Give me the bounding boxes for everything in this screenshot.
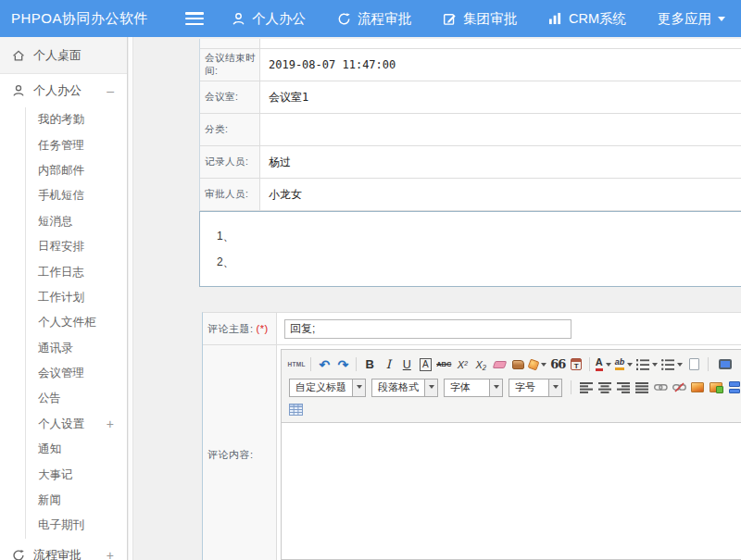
collapse-icon[interactable]: –: [107, 84, 114, 97]
sidebar-item-schedule[interactable]: 日程安排: [26, 234, 127, 259]
sidebar-item-desktop[interactable]: 个人桌面: [0, 37, 127, 74]
link-icon[interactable]: [653, 380, 669, 396]
bold-icon[interactable]: B: [362, 356, 378, 373]
comment-content-row: 评论内容: HTML ↶ ↷ B I U: [203, 345, 741, 560]
align-left-icon[interactable]: [579, 380, 595, 396]
comment-content-label: 评论内容:: [203, 345, 277, 560]
chevron-down-icon: [424, 380, 437, 396]
paragraph-format-select[interactable]: 段落格式: [371, 379, 438, 397]
sidebar-item-meeting-management[interactable]: 会议管理: [26, 361, 127, 386]
sidebar-item-workflow-approval[interactable]: 流程审批 +: [0, 539, 127, 560]
sidebar-item-events[interactable]: 大事记: [26, 462, 127, 487]
undo-icon[interactable]: ↶: [317, 356, 333, 373]
note-line: 2、: [217, 249, 741, 275]
sidebar-item-e-journal[interactable]: 电子期刊: [26, 513, 127, 538]
sidebar-item-tasks[interactable]: 任务管理: [26, 132, 127, 157]
sidebar-item-file-cabinet[interactable]: 个人文件柜: [26, 310, 127, 335]
field-label: 记录人员:: [200, 146, 260, 178]
nav-more-apps[interactable]: 更多应用: [658, 10, 725, 28]
html-source-button[interactable]: HTML: [288, 356, 306, 373]
sidebar-item-work-plan[interactable]: 工作计划: [26, 285, 127, 310]
insert-image-icon[interactable]: [709, 380, 724, 396]
person-icon: [12, 84, 25, 97]
auto-typeset-icon[interactable]: [529, 356, 547, 373]
field-label: 会议结束时间:: [200, 49, 260, 81]
sidebar-item-attendance[interactable]: 我的考勤: [26, 107, 127, 132]
top-nav: 个人办公 流程审批 集团审批 CRM系统 更多应用: [232, 10, 725, 28]
expand-icon[interactable]: +: [107, 549, 114, 560]
hamburger-icon[interactable]: [185, 12, 204, 25]
edit-icon: [443, 12, 457, 26]
sidebar-item-work-log[interactable]: 工作日志: [26, 259, 127, 284]
field-label: 审批人员:: [200, 179, 260, 210]
font-color-icon[interactable]: A: [596, 356, 612, 373]
table-row-approver: 审批人员: 小龙女: [200, 179, 741, 211]
preview-icon[interactable]: [718, 356, 734, 373]
font-family-select[interactable]: 字体: [444, 379, 503, 397]
italic-icon[interactable]: I: [381, 356, 396, 373]
align-right-icon[interactable]: [616, 380, 632, 396]
nav-workflow-approval[interactable]: 流程审批: [337, 10, 411, 28]
chevron-down-icon: [352, 380, 365, 396]
history-icon: [12, 549, 25, 560]
underline-icon[interactable]: U: [399, 356, 415, 373]
chevron-down-icon: [489, 380, 502, 396]
app-window: PHPOA协同办公软件 个人办公 流程审批 集团审批 CRM系统 更多应用: [0, 0, 741, 560]
comment-subject-input[interactable]: [284, 319, 571, 339]
superscript-icon[interactable]: X²: [455, 356, 471, 373]
sidebar-item-personal-office[interactable]: 个人办公 –: [0, 74, 127, 107]
sidebar-item-notice[interactable]: 通知: [26, 437, 127, 462]
chevron-down-icon: [548, 380, 561, 396]
insert-template-icon[interactable]: [569, 356, 584, 373]
note-line: 1、: [217, 223, 741, 249]
strikethrough-icon[interactable]: ABC: [436, 356, 452, 373]
new-document-icon[interactable]: [686, 356, 702, 373]
comment-subject-label: 评论主题:: [207, 322, 254, 336]
image-icon[interactable]: [690, 380, 706, 396]
nav-group-approval[interactable]: 集团审批: [443, 10, 517, 28]
ordered-list-icon[interactable]: [636, 356, 659, 373]
field-value: 2019-08-07 11:47:00: [260, 49, 741, 81]
field-value: 杨过: [260, 146, 741, 178]
editor-content-area[interactable]: [282, 423, 741, 559]
sidebar-item-news[interactable]: 新闻: [26, 488, 127, 513]
nav-personal-office[interactable]: 个人办公: [232, 10, 306, 28]
toolbar-row-1: HTML ↶ ↷ B I U A ABC X² X₂: [286, 353, 741, 376]
sidebar-item-personal-settings[interactable]: 个人设置+: [26, 412, 127, 437]
format-painter-icon[interactable]: [510, 356, 526, 373]
subscript-icon[interactable]: X₂: [473, 356, 489, 373]
justify-icon[interactable]: [634, 380, 650, 396]
font-style-box-icon[interactable]: A: [420, 358, 432, 371]
font-size-select[interactable]: 字号: [509, 379, 562, 397]
rich-text-editor: HTML ↶ ↷ B I U A ABC X² X₂: [281, 349, 741, 560]
sidebar-item-mobile-sms[interactable]: 手机短信: [26, 183, 127, 208]
sidebar-item-short-message[interactable]: 短消息: [26, 209, 127, 234]
history-icon: [337, 12, 351, 26]
sidebar-scrollbar[interactable]: [129, 37, 133, 560]
highlight-color-icon[interactable]: ab: [615, 356, 634, 373]
table-row-meeting-room: 会议室: 会议室1: [200, 81, 741, 114]
chart-icon: [548, 12, 562, 25]
remove-format-icon[interactable]: [492, 356, 508, 373]
field-label: 分类:: [200, 114, 260, 145]
redo-icon[interactable]: ↷: [335, 356, 351, 373]
sidebar-submenu: 我的考勤 任务管理 内部邮件 手机短信 短消息 日程安排 工作日志 工作计划 个…: [25, 107, 127, 539]
unordered-list-icon[interactable]: [661, 356, 684, 373]
app-logo: PHPOA协同办公软件: [0, 10, 165, 28]
field-label: 会议室:: [200, 81, 260, 113]
editor-toolbar: HTML ↶ ↷ B I U A ABC X² X₂: [282, 350, 741, 423]
sidebar-item-contacts[interactable]: 通讯录: [26, 336, 127, 361]
toolbar-row-3: [286, 399, 741, 420]
sidebar-item-announcement[interactable]: 公告: [26, 386, 127, 411]
media-icon[interactable]: [727, 380, 741, 396]
top-header: PHPOA协同办公软件 个人办公 流程审批 集团审批 CRM系统 更多应用: [0, 0, 741, 37]
align-center-icon[interactable]: [597, 380, 613, 396]
table-icon[interactable]: [288, 402, 304, 418]
field-value: [260, 114, 741, 145]
heading-style-select[interactable]: 自定义标题: [289, 379, 366, 397]
expand-icon[interactable]: +: [107, 417, 114, 430]
sidebar-item-internal-mail[interactable]: 内部邮件: [26, 158, 127, 183]
unlink-icon[interactable]: [672, 380, 687, 396]
blockquote-icon[interactable]: 66: [550, 356, 566, 373]
nav-crm[interactable]: CRM系统: [548, 10, 626, 28]
